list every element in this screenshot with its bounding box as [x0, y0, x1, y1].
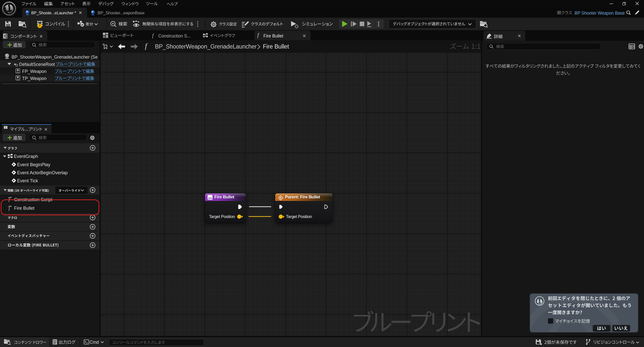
svg-text:?: ?	[39, 24, 41, 28]
